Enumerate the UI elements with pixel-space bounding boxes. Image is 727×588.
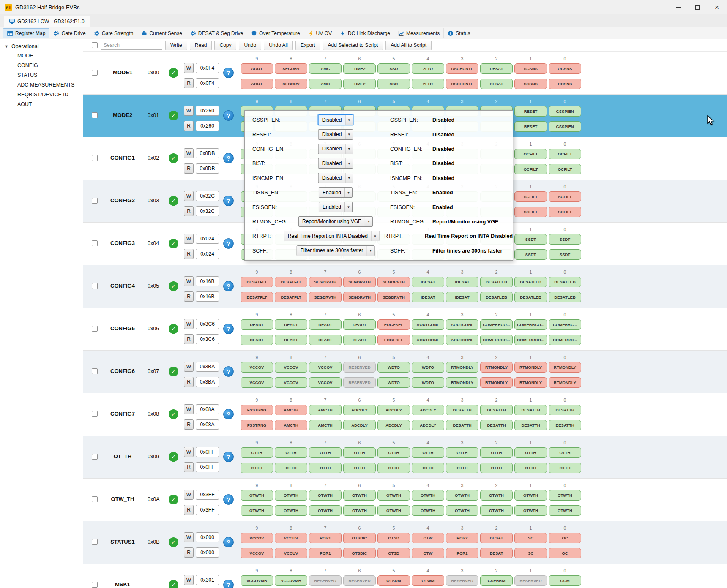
bitfield-chip[interactable]: OTWTH: [241, 505, 273, 516]
bitfield-chip[interactable]: OTWTH: [549, 490, 581, 501]
minimize-button[interactable]: [668, 0, 688, 14]
bitfield-chip[interactable]: RESERVED: [343, 377, 376, 388]
bitfield-chip[interactable]: OTTH: [309, 463, 342, 473]
bitfield-chip[interactable]: OTWTH: [446, 490, 478, 501]
write-button[interactable]: W: [184, 362, 194, 372]
bitfield-chip[interactable]: OTW: [412, 548, 444, 558]
read-button[interactable]: R: [184, 462, 194, 472]
popup-dropdown-rtmon-cfg[interactable]: Report/Monitor using VGE▾: [298, 216, 373, 227]
read-value-box[interactable]: 0x3FF: [196, 505, 219, 515]
bitfield-chip[interactable]: EDGESEL: [377, 335, 410, 345]
bitfield-chip[interactable]: DESATLEB: [514, 277, 547, 287]
register-row-config5[interactable]: CONFIG50x06✓W0x3C6R0x3C6?9876543210DEADT…: [83, 308, 727, 350]
bitfield-chip[interactable]: AOUTCONF: [446, 319, 478, 330]
register-checkbox[interactable]: [92, 155, 98, 161]
bitfield-chip[interactable]: OTSDIC: [343, 548, 376, 558]
popup-dropdown-rtrpt[interactable]: Real Time Report on INTA Disabled▾: [284, 231, 379, 241]
bitfield-chip[interactable]: OTTH: [514, 463, 547, 473]
popup-dropdown-bist[interactable]: Disabled▾: [318, 158, 353, 169]
bitfield-chip[interactable]: DEADT: [275, 319, 307, 330]
bitfield-chip[interactable]: SEGDRVTH: [343, 292, 376, 302]
bitfield-chip[interactable]: SSD: [377, 63, 410, 74]
bitfield-chip[interactable]: RTMONDLY: [514, 362, 547, 373]
bitfield-chip[interactable]: ADCDLY: [377, 420, 410, 430]
help-button[interactable]: ?: [223, 324, 234, 334]
bitfield-chip[interactable]: SCFILT: [549, 191, 581, 202]
bitfield-chip[interactable]: OTSD: [377, 533, 410, 543]
bitfield-chip[interactable]: OTWTH: [275, 490, 307, 501]
bitfield-chip[interactable]: DEADT: [275, 335, 307, 345]
bitfield-chip[interactable]: OTSDIC: [343, 533, 376, 543]
register-checkbox[interactable]: [92, 368, 98, 374]
bitfield-chip[interactable]: DEADT: [309, 335, 342, 345]
sidebar-item-mode[interactable]: MODE: [0, 51, 83, 61]
bitfield-chip[interactable]: COMERRCO...: [514, 335, 547, 345]
bitfield-chip[interactable]: FSSTRNG: [241, 405, 273, 415]
write-value-box[interactable]: 0x32C: [196, 191, 219, 201]
write-button[interactable]: W: [184, 404, 194, 414]
read-value-box[interactable]: 0x3BA: [196, 377, 219, 387]
close-button[interactable]: ×: [707, 0, 727, 14]
read-button[interactable]: R: [184, 377, 194, 387]
bitfield-chip[interactable]: SCFILT: [549, 207, 581, 217]
bitfield-chip[interactable]: AOUT: [241, 63, 273, 74]
help-button[interactable]: ?: [223, 580, 234, 588]
sidebar-item-status[interactable]: STATUS: [0, 71, 83, 80]
maximize-button[interactable]: [688, 0, 707, 14]
register-row-otw-th[interactable]: OTW_TH0x0A✓W0x3FFR0x3FF?9876543210OTWTHO…: [83, 478, 727, 521]
write-value-box[interactable]: 0x024: [196, 234, 219, 244]
bitfield-chip[interactable]: OTWTH: [412, 490, 444, 501]
bitfield-chip[interactable]: AOUTCONF: [446, 335, 478, 345]
read-value-box[interactable]: 0x3C6: [196, 334, 219, 344]
bitfield-chip[interactable]: RTMONDLY: [549, 377, 581, 388]
bitfield-chip[interactable]: OTTH: [275, 447, 307, 458]
write-button[interactable]: W: [184, 276, 194, 286]
bitfield-chip[interactable]: SC: [514, 548, 547, 558]
bitfield-chip[interactable]: TIME2: [343, 79, 376, 89]
bitfield-chip[interactable]: OTSDM: [377, 575, 410, 586]
bitfield-chip[interactable]: SEGDRVTH: [309, 277, 342, 287]
bitfield-chip[interactable]: DESATTH: [514, 420, 547, 430]
export-button[interactable]: Export: [295, 41, 320, 50]
help-button[interactable]: ?: [223, 238, 234, 249]
bitfield-chip[interactable]: ADCDLY: [412, 420, 444, 430]
bitfield-chip[interactable]: VCCOV: [241, 377, 273, 388]
bitfield-chip[interactable]: COMERRCO...: [480, 335, 513, 345]
bitfield-chip[interactable]: OTWTH: [241, 490, 273, 501]
bitfield-chip[interactable]: DEADT: [343, 319, 376, 330]
bitfield-chip[interactable]: VCCOV: [241, 548, 273, 558]
bitfield-chip[interactable]: OTTH: [275, 463, 307, 473]
read-value-box[interactable]: 0x32C: [196, 206, 219, 216]
popup-dropdown-fsisoen[interactable]: Enabled▾: [319, 202, 353, 212]
register-checkbox[interactable]: [92, 283, 98, 289]
write-button[interactable]: W: [184, 191, 194, 201]
bitfield-chip[interactable]: DESATFLT: [241, 277, 273, 287]
bitfield-chip[interactable]: AMC: [309, 79, 342, 89]
bitfield-chip[interactable]: VCCOV: [309, 377, 342, 388]
bitfield-chip[interactable]: RTMONDLY: [446, 377, 478, 388]
read-button[interactable]: R: [184, 334, 194, 344]
bitfield-chip[interactable]: GSSPIEN: [549, 121, 581, 132]
bitfield-chip[interactable]: OTTH: [480, 447, 513, 458]
bitfield-chip[interactable]: OTWM: [412, 575, 444, 586]
popup-dropdown-scff[interactable]: Filter times are 300ns faster▾: [297, 245, 375, 256]
help-button[interactable]: ?: [223, 409, 234, 419]
bitfield-chip[interactable]: DESATTH: [446, 405, 478, 415]
read-button[interactable]: R: [184, 121, 194, 131]
register-checkbox[interactable]: [92, 539, 98, 545]
sidebar-item-adc-measurements[interactable]: ADC MEASUREMENTS: [0, 80, 83, 90]
search-input[interactable]: [101, 41, 162, 50]
read-button[interactable]: R: [184, 547, 194, 558]
bitfield-chip[interactable]: AMCTH: [275, 420, 307, 430]
popup-dropdown-isncmp-en[interactable]: Disabled▾: [318, 173, 353, 183]
bitfield-chip[interactable]: SEGDRVTH: [377, 292, 410, 302]
register-checkbox[interactable]: [92, 70, 98, 76]
read-value-box[interactable]: 0x260: [196, 121, 219, 131]
popup-dropdown-reset[interactable]: Disabled▾: [318, 129, 353, 140]
ribbon-tab-register-map[interactable]: Register Map: [3, 28, 49, 38]
register-row-config4[interactable]: CONFIG40x05✓W0x16BR0x16B?9876543210DESAT…: [83, 265, 727, 308]
write-button[interactable]: Write: [165, 41, 187, 50]
bitfield-chip[interactable]: GSERRM: [480, 575, 513, 586]
bitfield-chip[interactable]: OTSD: [377, 548, 410, 558]
bitfield-chip[interactable]: SEGDRVTH: [377, 277, 410, 287]
